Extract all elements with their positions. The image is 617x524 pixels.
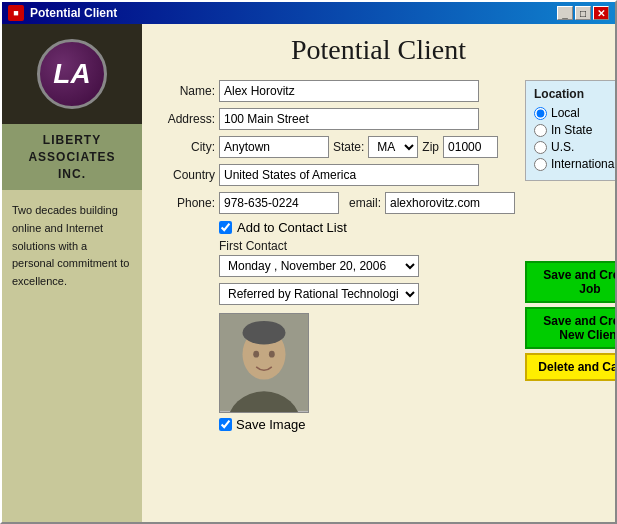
radio-instate: In State [534,123,615,137]
city-label: City: [157,140,215,154]
sidebar-top: LA [2,24,142,124]
maximize-button[interactable]: □ [575,6,591,20]
state-select[interactable]: MA [368,136,418,158]
title-buttons: _ □ ✕ [557,6,609,20]
svg-point-5 [269,351,275,358]
save-image-row: Save Image [219,417,305,432]
country-label: Country [157,168,215,182]
form-area: Name: Address: City: State: MA [157,80,600,432]
close-button[interactable]: ✕ [593,6,609,20]
save-image-label: Save Image [236,417,305,432]
company-line3: INC. [7,166,137,183]
location-box: Location Local In State U.S. [525,80,615,181]
address-row: Address: [157,108,515,130]
delete-cancel-button[interactable]: Delete and Cancel [525,353,615,381]
radio-local: Local [534,106,615,120]
zip-input[interactable] [443,136,498,158]
radio-local-label: Local [551,106,580,120]
first-contact-label: First Contact [219,239,515,253]
tagline-text: Two decades building online and Internet… [12,204,129,286]
content-area: LA LIBERTY ASSOCIATES INC. Two decades b… [2,24,615,522]
form-left: Name: Address: City: State: MA [157,80,515,432]
company-line2: ASSOCIATES [7,149,137,166]
phone-label: Phone: [157,196,215,210]
country-row: Country [157,164,515,186]
sidebar-tagline: Two decades building online and Internet… [2,190,142,522]
buttons-area: Save and Create Job Save and Create New … [525,261,615,381]
radio-instate-label: In State [551,123,592,137]
sidebar: LA LIBERTY ASSOCIATES INC. Two decades b… [2,24,142,522]
email-label: email: [349,196,381,210]
radio-instate-input[interactable] [534,124,547,137]
radio-international: International [534,157,615,171]
first-contact-row: Monday , November 20, 2006 [219,255,515,277]
referral-row: Referred by Rational Technologies [219,283,515,305]
referral-select[interactable]: Referred by Rational Technologies [219,283,419,305]
photo-area: Save Image [219,313,515,432]
radio-local-input[interactable] [534,107,547,120]
name-label: Name: [157,84,215,98]
photo-placeholder [219,313,309,413]
location-title: Location [534,87,615,101]
company-name: LIBERTY ASSOCIATES INC. [2,124,142,190]
name-row: Name: [157,80,515,102]
radio-us: U.S. [534,140,615,154]
save-create-job-button[interactable]: Save and Create Job [525,261,615,303]
page-title: Potential Client [157,34,600,66]
email-input[interactable] [385,192,515,214]
save-image-checkbox[interactable] [219,418,232,431]
state-label: State: [333,140,364,154]
radio-international-input[interactable] [534,158,547,171]
city-input[interactable] [219,136,329,158]
main-content: Potential Client Name: Address: [142,24,615,522]
add-contact-checkbox[interactable] [219,221,232,234]
address-label: Address: [157,112,215,126]
title-bar-left: ■ Potential Client [8,5,117,21]
add-contact-row: Add to Contact List [219,220,515,235]
radio-us-label: U.S. [551,140,574,154]
svg-point-3 [242,321,285,344]
main-window: ■ Potential Client _ □ ✕ LA LIBERTY ASSO… [0,0,617,524]
title-bar: ■ Potential Client _ □ ✕ [2,2,615,24]
logo-text: LA [53,58,90,90]
country-input[interactable] [219,164,479,186]
logo: LA [37,39,107,109]
address-input[interactable] [219,108,479,130]
radio-us-input[interactable] [534,141,547,154]
zip-label: Zip [422,140,439,154]
window-title: Potential Client [30,6,117,20]
name-input[interactable] [219,80,479,102]
save-create-client-button[interactable]: Save and Create New Client [525,307,615,349]
company-line1: LIBERTY [7,132,137,149]
minimize-button[interactable]: _ [557,6,573,20]
radio-international-label: International [551,157,615,171]
person-image [220,313,308,412]
form-right: Location Local In State U.S. [525,80,615,432]
phone-input[interactable] [219,192,339,214]
svg-point-4 [253,351,259,358]
first-contact-select[interactable]: Monday , November 20, 2006 [219,255,419,277]
app-icon: ■ [8,5,24,21]
add-contact-label: Add to Contact List [237,220,347,235]
city-row: City: State: MA Zip [157,136,515,158]
phone-row: Phone: email: [157,192,515,214]
